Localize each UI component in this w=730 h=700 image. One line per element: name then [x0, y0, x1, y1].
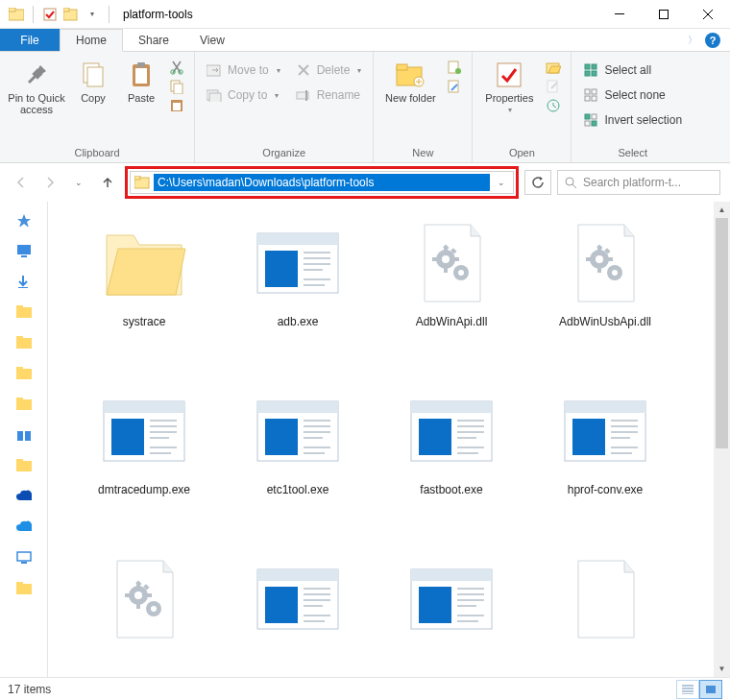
copy-button[interactable]: Copy	[73, 56, 113, 104]
select-none-button[interactable]: Select none	[579, 84, 686, 106]
forward-button[interactable]	[38, 171, 61, 194]
file-item[interactable]: fastboot.exe	[375, 385, 528, 553]
view-tab[interactable]: View	[184, 29, 240, 51]
nav-onedrive-icon[interactable]	[16, 490, 32, 503]
address-bar[interactable]: C:\Users\madan\Downloads\platform-tools …	[130, 171, 514, 194]
nav-desktop-icon[interactable]	[16, 244, 32, 257]
file-grid[interactable]: systraceadb.exeAdbWinApi.dllAdbWinUsbApi…	[48, 202, 714, 677]
svg-point-73	[458, 270, 464, 276]
file-item[interactable]: AdbWinUsbApi.dll	[528, 217, 682, 385]
copy-path-icon[interactable]	[169, 79, 184, 94]
home-tab[interactable]: Home	[60, 29, 123, 52]
collapse-ribbon-icon[interactable]: 〉	[688, 34, 697, 47]
search-box[interactable]: Search platform-t...	[557, 170, 720, 195]
pin-quick-access-button[interactable]: Pin to Quick access	[8, 56, 65, 115]
file-item[interactable]	[221, 553, 375, 677]
nav-quick-access-icon[interactable]	[16, 213, 32, 227]
select-all-button[interactable]: Select all	[579, 60, 686, 81]
nav-folder-icon-1[interactable]	[16, 305, 32, 319]
file-item[interactable]	[528, 553, 682, 677]
svg-rect-4	[63, 8, 69, 12]
invert-selection-button[interactable]: Invert selection	[579, 109, 686, 131]
edit-icon[interactable]	[546, 79, 561, 94]
close-button[interactable]	[686, 0, 730, 29]
new-folder-icon	[395, 60, 426, 90]
address-dropdown-icon[interactable]: ⌄	[490, 178, 513, 187]
move-to-button[interactable]: Move to▾	[203, 60, 284, 81]
maximize-button[interactable]	[642, 0, 686, 29]
svg-rect-45	[592, 121, 596, 126]
file-item[interactable]: systrace	[67, 217, 221, 385]
file-item[interactable]	[67, 553, 221, 677]
address-path[interactable]: C:\Users\madan\Downloads\platform-tools	[154, 174, 490, 191]
nav-monitor-icon[interactable]	[16, 551, 32, 565]
qat-dropdown-icon[interactable]: ▾	[82, 4, 103, 25]
refresh-button[interactable]	[524, 170, 551, 195]
file-item[interactable]: dmtracedump.exe	[67, 385, 221, 553]
scrollbar-thumb[interactable]	[716, 218, 728, 448]
select-all-icon	[583, 62, 598, 78]
recent-dropdown-button[interactable]: ⌄	[67, 171, 90, 194]
svg-rect-95	[265, 419, 298, 455]
search-placeholder: Search platform-t...	[583, 176, 681, 189]
window-title: platform-tools	[123, 8, 193, 21]
new-folder-button[interactable]: New folder	[381, 56, 439, 104]
svg-rect-114	[265, 587, 298, 623]
file-item[interactable]: adb.exe	[221, 217, 375, 385]
file-thumbnail-icon	[559, 385, 651, 477]
svg-rect-43	[592, 114, 596, 119]
svg-rect-54	[16, 336, 23, 340]
content-area: systraceadb.exeAdbWinApi.dllAdbWinUsbApi…	[0, 202, 730, 677]
svg-rect-9	[87, 67, 103, 86]
delete-button[interactable]: Delete▾	[292, 60, 366, 81]
details-view-button[interactable]	[676, 680, 699, 699]
open-icon[interactable]	[546, 60, 561, 75]
nav-folder-icon-5[interactable]	[16, 459, 32, 472]
scroll-up-button[interactable]: ▲	[714, 202, 730, 218]
svg-rect-23	[305, 90, 307, 101]
qat-newfolder-icon[interactable]	[61, 4, 82, 25]
help-icon[interactable]: ?	[705, 33, 720, 48]
copy-to-button[interactable]: Copy to▾	[203, 84, 284, 106]
new-item-icon[interactable]	[447, 60, 462, 75]
paste-button[interactable]: Paste	[121, 56, 161, 104]
icons-view-button[interactable]	[699, 680, 722, 699]
up-button[interactable]	[96, 171, 119, 194]
history-icon[interactable]	[546, 98, 561, 113]
paste-shortcut-icon[interactable]	[169, 98, 184, 113]
rename-button[interactable]: Rename	[292, 84, 366, 106]
nav-folder-icon-2[interactable]	[16, 336, 32, 350]
nav-folder-icon-3[interactable]	[16, 367, 32, 380]
move-to-icon	[207, 62, 222, 78]
file-thumbnail-icon	[252, 553, 344, 645]
nav-downloads-icon[interactable]	[16, 275, 32, 288]
svg-point-81	[596, 255, 603, 263]
file-item[interactable]	[375, 553, 528, 677]
vertical-scrollbar[interactable]: ▲ ▼	[714, 202, 730, 677]
navigation-pane[interactable]	[0, 202, 48, 677]
easy-access-icon[interactable]	[447, 79, 462, 94]
nav-thispc-icon[interactable]	[16, 428, 32, 442]
nav-onedrive-icon-2[interactable]	[16, 520, 32, 534]
file-item[interactable]: AdbWinApi.dll	[375, 217, 528, 385]
ribbon-tabs: File Home Share View 〉 ?	[0, 29, 730, 52]
file-item[interactable]: hprof-conv.exe	[528, 385, 682, 553]
copy-to-icon	[207, 87, 222, 103]
share-tab[interactable]: Share	[123, 29, 184, 51]
back-button[interactable]	[10, 171, 33, 194]
svg-rect-108	[125, 593, 131, 597]
scroll-down-button[interactable]: ▼	[714, 661, 730, 677]
nav-folder-icon-4[interactable]	[16, 398, 32, 411]
file-item[interactable]: etc1tool.exe	[221, 385, 375, 553]
properties-button[interactable]: Properties ▾	[480, 56, 538, 114]
rename-icon	[296, 87, 311, 103]
nav-folder-icon-6[interactable]	[16, 582, 32, 595]
minimize-button[interactable]	[597, 0, 642, 29]
file-thumbnail-icon	[405, 217, 498, 309]
file-name: dmtracedump.exe	[98, 483, 190, 498]
cut-icon[interactable]	[169, 60, 184, 75]
file-tab[interactable]: File	[0, 29, 60, 51]
svg-rect-56	[16, 367, 23, 371]
qat-properties-icon[interactable]	[39, 4, 61, 25]
explorer-icon	[6, 4, 27, 25]
